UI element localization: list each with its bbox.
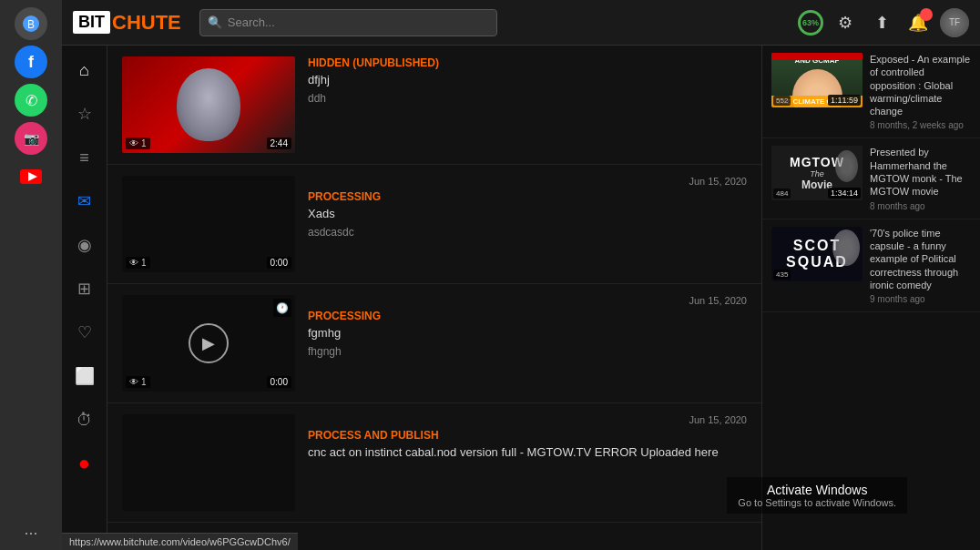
avatar[interactable]: TF — [940, 8, 969, 37]
upload-progress: 63% — [798, 10, 823, 36]
table-row: ▶ 🕐 👁1 0:00 Jun 15, 2020 PROCESSING fgmh… — [107, 284, 761, 403]
video-thumbnail-3[interactable]: ▶ 🕐 👁1 0:00 — [122, 295, 295, 392]
video-status-4: PROCESS AND PUBLISH — [308, 429, 747, 442]
topbar: BIT CHUTE 🔍 Search... 63% ⚙ ⬆ 🔔 TF — [62, 0, 980, 46]
nav-apps[interactable]: ⊞ — [69, 273, 100, 304]
video-date-2: Jun 15, 2020 — [308, 176, 747, 187]
thumb-clock-icon: 🕐 — [273, 299, 291, 317]
content-area: ⌂ ☆ ≡ ✉ ◉ ⊞ ♡ ⬜ ⏱ ● 👁1 — [62, 46, 980, 550]
search-bar[interactable]: 🔍 Search... — [199, 9, 498, 36]
nav-home[interactable]: ⌂ — [69, 55, 100, 86]
sidebar-meta-1: Exposed - An example of controlled oppos… — [870, 53, 971, 130]
search-icon: 🔍 — [208, 15, 222, 29]
url-bar: https://www.bitchute.com/video/w6PGGcwDC… — [62, 533, 298, 550]
logo-chute: CHUTE — [112, 11, 181, 35]
sidebar-time-3: 9 months ago — [870, 294, 971, 304]
duration-3: 0:00 — [267, 376, 291, 388]
notification-badge — [920, 8, 933, 21]
video-meta-1: HIDDEN (UNPUBLISHED) dfjhj ddh — [308, 56, 747, 105]
nav-red-dot[interactable]: ● — [69, 448, 100, 479]
right-sidebar: FORGET ABOUT 5G AND GCMAF CUZ CLIMATE CH… — [761, 46, 980, 550]
video-list: 👁1 2:44 HIDDEN (UNPUBLISHED) dfjhj ddh — [107, 46, 761, 550]
browser-icon-main[interactable]: B — [15, 7, 47, 40]
upload-icon[interactable]: ⬆ — [867, 8, 896, 37]
browser-icon-ig[interactable]: 📷 — [15, 122, 47, 155]
sidebar-title-3: '70's police time capsule - a funny exam… — [870, 227, 971, 291]
sidebar-title-2: Presented by Hammerhand the MGTOW monk -… — [870, 146, 971, 198]
sidebar-meta-2: Presented by Hammerhand the MGTOW monk -… — [870, 146, 971, 210]
nav-circle[interactable]: ◉ — [69, 229, 100, 260]
sidebar-title-1: Exposed - An example of controlled oppos… — [870, 53, 971, 117]
topbar-right: 63% ⚙ ⬆ 🔔 TF — [798, 8, 969, 37]
nav-star[interactable]: ☆ — [69, 98, 100, 129]
sidebar-thumb-3: SCOT SQUAD 435 — [771, 227, 863, 281]
logo[interactable]: BIT CHUTE — [73, 11, 181, 35]
video-channel-3[interactable]: fhgngh — [308, 345, 747, 358]
activate-sub-text: Go to Settings to activate Windows. — [738, 497, 896, 508]
notification-icon[interactable]: 🔔 — [903, 8, 933, 37]
view-count-3: 👁1 — [126, 376, 150, 388]
nav-history[interactable]: ⏱ — [69, 404, 100, 435]
duration-2: 0:00 — [267, 257, 291, 269]
duration-1: 2:44 — [267, 138, 291, 149]
video-title-1[interactable]: dfjhj — [308, 73, 747, 88]
table-row: 👁1 2:44 HIDDEN (UNPUBLISHED) dfjhj ddh — [107, 46, 761, 165]
list-item[interactable]: FORGET ABOUT 5G AND GCMAF CUZ CLIMATE CH… — [762, 46, 980, 138]
nav-messenger[interactable]: ✉ — [69, 186, 100, 217]
video-title-3[interactable]: fgmhg — [308, 326, 747, 341]
video-thumbnail-2[interactable]: 👁1 0:00 — [122, 176, 295, 272]
main-container: BIT CHUTE 🔍 Search... 63% ⚙ ⬆ 🔔 TF — [62, 0, 980, 550]
sidebar-views-1: 552 — [773, 96, 791, 106]
nav-heart[interactable]: ♡ — [69, 317, 100, 348]
video-channel-1[interactable]: ddh — [308, 92, 747, 105]
sidebar-thumb-1: FORGET ABOUT 5G AND GCMAF CUZ CLIMATE CH… — [771, 53, 863, 107]
browser-icon-yt[interactable] — [15, 160, 47, 193]
video-title-4[interactable]: cnc act on instinct cabal.nod version fu… — [308, 445, 747, 461]
sidebar-duration-1: 1:11:59 — [828, 95, 861, 106]
browser-sidebar: B f ✆ 📷 ··· — [0, 0, 62, 550]
sidebar-views-2: 484 — [773, 188, 791, 199]
video-meta-4: Jun 15, 2020 PROCESS AND PUBLISH cnc act… — [308, 414, 747, 461]
video-date-4: Jun 15, 2020 — [308, 414, 747, 425]
logo-bit: BIT — [73, 11, 110, 34]
sidebar-meta-3: '70's police time capsule - a funny exam… — [870, 227, 971, 304]
video-channel-2[interactable]: asdcasdc — [308, 226, 747, 239]
sidebar-time-1: 8 months, 2 weeks ago — [870, 120, 971, 130]
video-thumbnail-1[interactable]: 👁1 2:44 — [122, 56, 295, 153]
nav-menu[interactable]: ≡ — [69, 142, 100, 173]
video-thumbnail-4[interactable] — [122, 414, 295, 511]
settings-icon[interactable]: ⚙ — [831, 8, 860, 37]
left-nav: ⌂ ☆ ≡ ✉ ◉ ⊞ ♡ ⬜ ⏱ ● — [62, 46, 107, 550]
table-row: 👁1 0:00 Jun 15, 2020 PROCESSING Xads asd… — [107, 165, 761, 284]
activate-main-text: Activate Windows — [738, 483, 896, 497]
activate-windows-overlay: Activate Windows Go to Settings to activ… — [727, 477, 907, 514]
nav-bookmarks[interactable]: ⬜ — [69, 361, 100, 392]
progress-circle: 63% — [798, 10, 823, 36]
sidebar-views-3: 435 — [773, 270, 791, 280]
view-count-1: 👁1 — [126, 138, 150, 149]
list-item[interactable]: SCOT SQUAD 435 '70's police time capsule… — [762, 219, 980, 312]
video-status-3: PROCESSING — [308, 310, 747, 322]
sidebar-duration-2: 1:34:14 — [828, 188, 861, 199]
browser-icon-more[interactable]: ··· — [24, 524, 37, 543]
video-meta-3: Jun 15, 2020 PROCESSING fgmhg fhgngh — [308, 295, 747, 358]
video-status-1: HIDDEN (UNPUBLISHED) — [308, 56, 747, 69]
video-status-2: PROCESSING — [308, 190, 747, 203]
search-placeholder: Search... — [228, 15, 275, 29]
video-date-3: Jun 15, 2020 — [308, 295, 747, 306]
sidebar-time-2: 8 months ago — [870, 201, 971, 211]
view-count-2: 👁1 — [126, 257, 150, 269]
video-meta-2: Jun 15, 2020 PROCESSING Xads asdcasdc — [308, 176, 747, 239]
svg-text:B: B — [27, 18, 35, 31]
play-button[interactable]: ▶ — [189, 323, 229, 363]
browser-icon-wa[interactable]: ✆ — [15, 84, 47, 117]
video-title-2[interactable]: Xads — [308, 207, 747, 222]
sidebar-thumb-2: MGTOW The Movie 484 1:34:14 — [771, 146, 863, 200]
list-item[interactable]: MGTOW The Movie 484 1:34:14 Presented by… — [762, 138, 980, 219]
table-row: Jun 15, 2020 PROCESS AND PUBLISH cnc act… — [107, 403, 761, 523]
browser-icon-fb[interactable]: f — [15, 46, 47, 78]
